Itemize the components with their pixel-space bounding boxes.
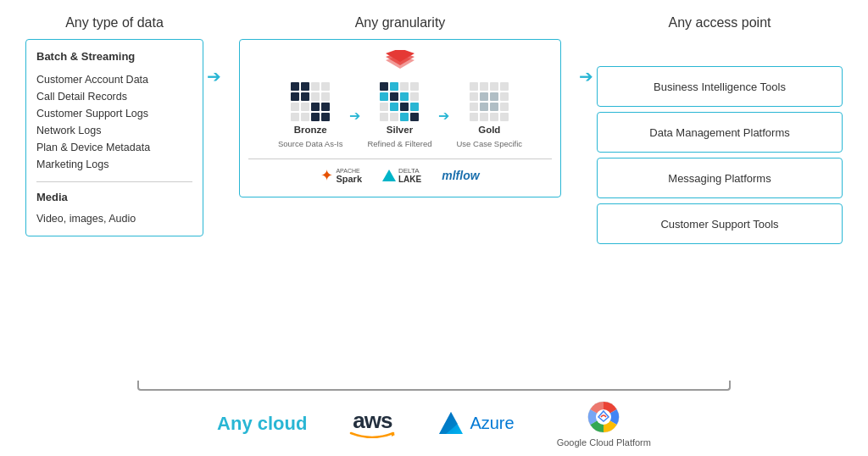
media-sub: Video, images, Audio [36,210,192,227]
divider [36,181,192,182]
gold-tier: Gold Use Case Specific [456,82,522,148]
bi-tools-box: Business Intelligence Tools [597,66,843,107]
granularity-box: Bronze Source Data As-Is ➔ Silver R [239,39,561,197]
silver-sublabel: Refined & Filtered [367,139,431,148]
databricks-icon [384,50,416,74]
bronze-grid [291,82,330,121]
bracket-line [137,381,731,391]
right-column: Any access point Business Intelligence T… [597,15,843,244]
list-item: Marketing Logs [36,156,192,173]
databricks-svg [384,50,416,74]
flow-text: flow [456,169,480,182]
tools-row: ✦ APACHE Spark DELTA LAKE [248,158,552,185]
arrow-2: ➔ [438,108,449,124]
aws-logo: aws [349,409,395,438]
middle-column: Any granularity [225,15,576,197]
data-types-box: Batch & Streaming Customer Account Data … [25,39,203,236]
support-tools-box: Customer Support Tools [597,203,843,244]
bottom-section: Any cloud aws [25,381,843,448]
aws-smile-icon [349,431,395,438]
dmp-box: Data Management Platforms [597,112,843,153]
gcp-text: Google Cloud Platform [557,437,651,448]
silver-grid [380,82,419,121]
gold-label: Gold [478,125,500,135]
main-container: Any type of data Batch & Streaming Custo… [0,0,868,456]
apache-label: APACHE [336,168,362,174]
media-label: Media [36,189,192,207]
gold-sublabel: Use Case Specific [456,139,522,148]
delta-text-group: DELTA LAKE [398,167,421,184]
gcp-logo: Google Cloud Platform [557,399,651,448]
lake-label: LAKE [398,175,421,184]
dmp-label: Data Management Platforms [649,126,789,139]
left-to-middle-arrow: ➔ [203,66,225,86]
bracket-container [137,381,731,391]
delta-triangle-icon [382,170,396,181]
silver-tier: Silver Refined & Filtered [367,82,431,148]
any-cloud-label: Any cloud [217,413,307,435]
bronze-label: Bronze [294,125,327,135]
bi-tools-label: Business Intelligence Tools [654,81,786,93]
any-type-header: Any type of data [25,15,203,31]
top-section: Any type of data Batch & Streaming Custo… [25,15,843,375]
spark-star-icon: ✦ [320,166,333,185]
delta-label: DELTA [398,167,421,175]
gcp-icon [586,399,621,435]
cloud-row: Any cloud aws [25,399,843,448]
azure-text: Azure [470,414,514,433]
ml-text: ml [442,169,455,182]
list-item: Network Logs [36,122,192,139]
access-boxes: Business Intelligence Tools Data Managem… [597,66,843,244]
any-access-header: Any access point [597,15,843,31]
bronze-sublabel: Source Data As-Is [278,139,343,148]
silver-label: Silver [387,125,413,135]
spark-label: Spark [336,174,362,184]
support-tools-label: Customer Support Tools [660,218,778,231]
list-item: Plan & Device Metadata [36,139,192,156]
azure-icon [437,410,465,437]
aws-text: aws [353,409,392,431]
any-gran-header: Any granularity [355,15,446,31]
data-list: Customer Account Data Call Detail Record… [36,71,192,173]
messaging-box: Messaging Platforms [597,158,843,198]
spark-text-group: APACHE Spark [336,168,362,184]
list-item: Customer Support Logs [36,105,192,122]
messaging-label: Messaging Platforms [668,172,771,185]
delta-lake-logo: DELTA LAKE [382,167,421,184]
mlflow-logo: mlflow [442,169,479,182]
bronze-tier: Bronze Source Data As-Is [278,82,343,148]
list-item: Customer Account Data [36,71,192,88]
list-item: Call Detail Records [36,88,192,105]
spark-logo: ✦ APACHE Spark [320,166,362,185]
arrow-1: ➔ [349,108,360,124]
gold-grid [470,82,509,121]
batch-streaming-label: Batch & Streaming [36,48,192,66]
middle-to-right-arrow: ➔ [576,66,597,86]
bsg-arrows-row: Bronze Source Data As-Is ➔ Silver R [248,82,552,148]
azure-logo: Azure [437,410,514,437]
left-column: Any type of data Batch & Streaming Custo… [25,15,203,236]
